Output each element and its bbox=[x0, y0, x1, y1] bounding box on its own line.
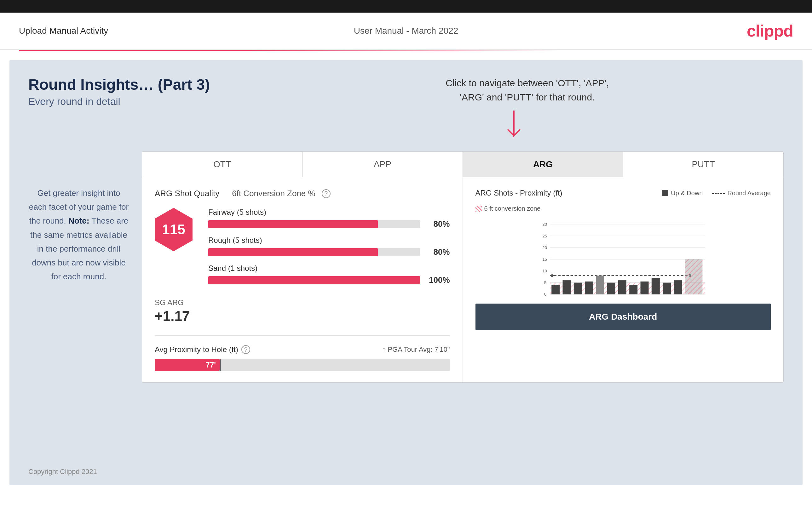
hexagon-badge: 115 bbox=[155, 208, 193, 251]
svg-text:20: 20 bbox=[542, 245, 547, 250]
bar-container-fairway: 80% bbox=[208, 219, 450, 229]
main-content: Round Insights… (Part 3) Every round in … bbox=[9, 60, 803, 485]
proximity-section: Avg Proximity to Hole (ft) ? ↑ PGA Tour … bbox=[155, 335, 450, 371]
manual-label: User Manual - March 2022 bbox=[354, 26, 458, 36]
shot-quality-label: ARG Shot Quality bbox=[155, 189, 219, 199]
bar-row-fairway: Fairway (5 shots) 80% bbox=[208, 208, 450, 229]
header: Upload Manual Activity User Manual - Mar… bbox=[0, 13, 812, 50]
svg-text:30: 30 bbox=[542, 222, 547, 227]
bar-value-rough: 80% bbox=[425, 247, 450, 257]
legend-hatch-icon bbox=[475, 206, 482, 212]
bar-track-sand bbox=[208, 276, 420, 284]
proximity-label: Avg Proximity to Hole (ft) ? bbox=[155, 345, 250, 354]
prox-bar-fill: 77' bbox=[155, 359, 220, 371]
conversion-label: 6ft Conversion Zone % bbox=[232, 189, 315, 199]
prox-bar-text: 77' bbox=[206, 360, 216, 370]
svg-rect-20 bbox=[562, 280, 571, 294]
tab-ott[interactable]: OTT bbox=[142, 152, 303, 177]
svg-text:15: 15 bbox=[542, 257, 547, 262]
left-description: Get greater insight into each facet of y… bbox=[29, 186, 129, 283]
legend-conversion-label: 6 ft conversion zone bbox=[484, 205, 541, 212]
sg-label: SG ARG bbox=[155, 298, 450, 307]
legend-item-updown: Up & Down bbox=[662, 189, 703, 197]
bar-label-sand: Sand (1 shots) bbox=[208, 264, 450, 273]
shot-bars: Fairway (5 shots) 80% Rough (5 shots) bbox=[208, 208, 450, 292]
prox-bar-container: 77' bbox=[155, 359, 450, 371]
bar-track-rough bbox=[208, 248, 420, 256]
tab-putt[interactable]: PUTT bbox=[623, 152, 783, 177]
svg-rect-23 bbox=[596, 276, 604, 294]
section-subtitle: Every round in detail bbox=[29, 96, 783, 107]
right-panel-header: ARG Shots - Proximity (ft) Up & Down Rou… bbox=[475, 189, 771, 198]
proximity-help-icon[interactable]: ? bbox=[241, 345, 250, 354]
legend-updown-label: Up & Down bbox=[671, 189, 703, 197]
legend-dashed-icon bbox=[712, 193, 725, 194]
sg-area: SG ARG +1.17 bbox=[155, 298, 450, 324]
legend-square-icon bbox=[662, 190, 668, 196]
bar-row-rough: Rough (5 shots) 80% bbox=[208, 236, 450, 257]
upload-label: Upload Manual Activity bbox=[19, 26, 108, 36]
tab-arg[interactable]: ARG bbox=[463, 152, 623, 177]
section-title: Round Insights… (Part 3) bbox=[29, 76, 783, 93]
svg-rect-27 bbox=[640, 282, 649, 294]
svg-rect-22 bbox=[585, 282, 593, 294]
bar-fill-fairway bbox=[208, 220, 378, 228]
tab-app[interactable]: APP bbox=[303, 152, 463, 177]
left-panel: ARG Shot Quality 6ft Conversion Zone % ?… bbox=[142, 177, 463, 382]
arg-dashboard-button[interactable]: ARG Dashboard bbox=[475, 303, 771, 330]
hexagon-wrapper: 115 bbox=[155, 208, 193, 251]
pga-avg: ↑ PGA Tour Avg: 7'10" bbox=[382, 345, 450, 354]
second-legend-row: 6 ft conversion zone bbox=[475, 205, 771, 212]
nav-arrow bbox=[501, 111, 526, 150]
bar-label-fairway: Fairway (5 shots) bbox=[208, 208, 450, 217]
svg-rect-28 bbox=[651, 278, 659, 294]
hex-area: 115 Fairway (5 shots) 80% bbox=[155, 208, 450, 292]
svg-rect-19 bbox=[551, 285, 560, 294]
svg-rect-24 bbox=[607, 283, 615, 294]
bar-value-sand: 100% bbox=[425, 275, 450, 285]
chart-svg: 0 5 10 15 20 25 30 bbox=[475, 215, 771, 297]
svg-rect-32 bbox=[685, 259, 702, 294]
card-body: ARG Shot Quality 6ft Conversion Zone % ?… bbox=[142, 177, 783, 382]
legend-item-conversion: 6 ft conversion zone bbox=[475, 205, 541, 212]
clippd-logo: clippd bbox=[747, 21, 793, 40]
svg-text:5: 5 bbox=[544, 280, 546, 285]
sg-value: +1.17 bbox=[155, 308, 450, 324]
legend-item-avg: Round Average bbox=[712, 189, 771, 197]
tab-bar: OTT APP ARG PUTT bbox=[142, 152, 783, 177]
bar-fill-sand bbox=[208, 276, 420, 284]
bar-label-rough: Rough (5 shots) bbox=[208, 236, 450, 245]
bar-fill-rough bbox=[208, 248, 378, 256]
svg-rect-21 bbox=[573, 283, 582, 294]
bar-value-fairway: 80% bbox=[425, 219, 450, 229]
panel-header: ARG Shot Quality 6ft Conversion Zone % ? bbox=[155, 189, 450, 199]
svg-rect-30 bbox=[674, 280, 682, 294]
nav-hint: Click to navigate between 'OTT', 'APP', … bbox=[446, 76, 609, 104]
chart-area: 0 5 10 15 20 25 30 bbox=[475, 215, 771, 297]
prox-cursor bbox=[220, 359, 220, 371]
header-accent bbox=[19, 50, 793, 51]
svg-rect-25 bbox=[618, 280, 626, 294]
svg-marker-18 bbox=[550, 274, 554, 277]
bar-row-sand: Sand (1 shots) 100% bbox=[208, 264, 450, 285]
right-panel-title: ARG Shots - Proximity (ft) bbox=[475, 189, 562, 198]
bar-container-sand: 100% bbox=[208, 275, 450, 285]
proximity-header: Avg Proximity to Hole (ft) ? ↑ PGA Tour … bbox=[155, 345, 450, 354]
help-icon[interactable]: ? bbox=[322, 189, 331, 198]
legend: Up & Down Round Average bbox=[662, 189, 771, 197]
legend-avg-label: Round Average bbox=[727, 189, 771, 197]
bar-container-rough: 80% bbox=[208, 247, 450, 257]
bar-track-fairway bbox=[208, 220, 420, 228]
svg-rect-26 bbox=[629, 285, 638, 294]
svg-rect-29 bbox=[663, 283, 671, 294]
card: OTT APP ARG PUTT ARG Shot Quality 6ft Co… bbox=[142, 152, 783, 383]
top-bar bbox=[0, 0, 812, 13]
right-panel: ARG Shots - Proximity (ft) Up & Down Rou… bbox=[463, 177, 783, 382]
svg-text:25: 25 bbox=[542, 234, 547, 238]
note-label: Note: bbox=[68, 216, 89, 225]
footer: Copyright Clippd 2021 bbox=[29, 468, 97, 476]
svg-text:10: 10 bbox=[542, 269, 547, 273]
svg-text:0: 0 bbox=[544, 292, 546, 297]
